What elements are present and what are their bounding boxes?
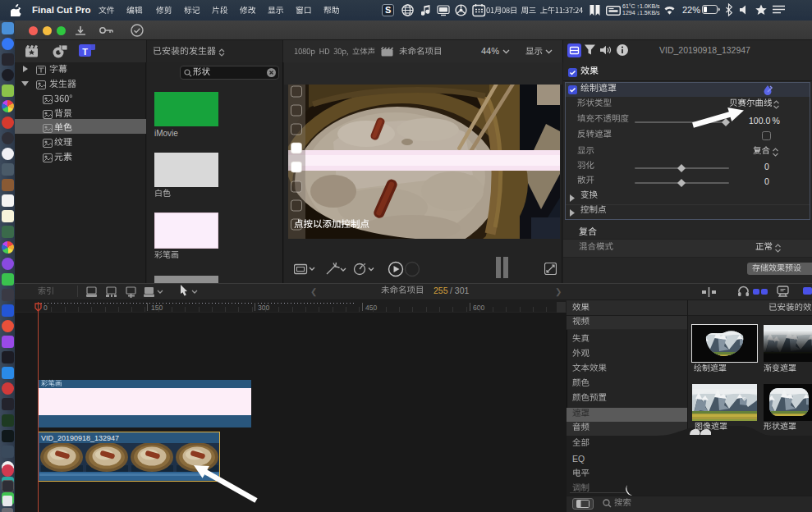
svg-text:T: T xyxy=(82,47,88,57)
